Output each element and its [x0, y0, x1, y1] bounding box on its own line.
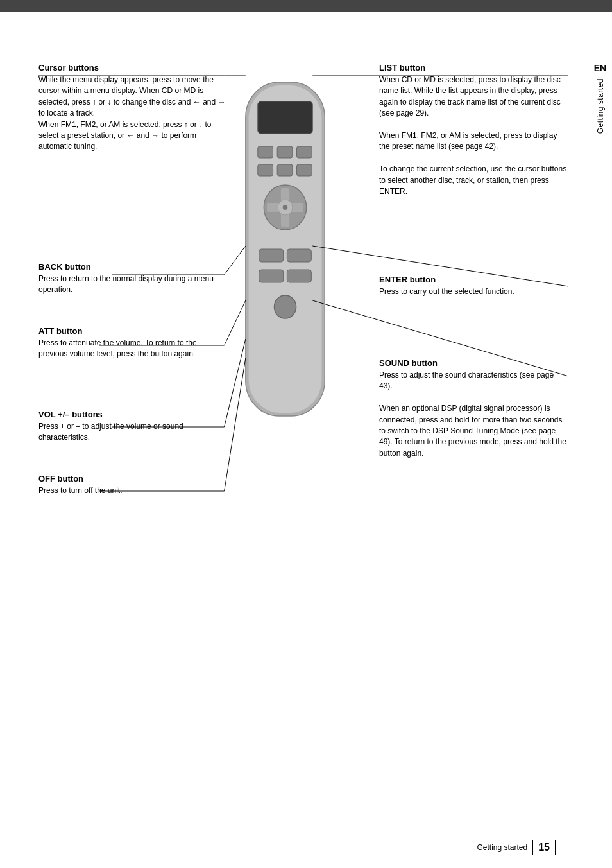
svg-rect-10	[281, 188, 289, 227]
sound-button-title: SOUND button	[379, 358, 568, 368]
top-bar	[0, 0, 612, 12]
sound-button-block: SOUND button Press to adjust the sound c…	[379, 358, 568, 459]
svg-rect-15	[287, 249, 311, 262]
page-content: Cursor buttons While the menu display ap…	[0, 12, 612, 868]
svg-rect-17	[287, 270, 311, 282]
footer-text: Getting started	[477, 843, 527, 852]
back-button-text: Press to return to the normal display du…	[38, 273, 228, 296]
att-button-text: Press to attenuate the volume. To return…	[38, 338, 228, 360]
svg-rect-14	[259, 249, 284, 262]
vol-buttons-text: Press + or – to adjust the volume or sou…	[38, 421, 228, 444]
svg-rect-16	[259, 270, 284, 282]
svg-rect-2	[258, 101, 312, 134]
svg-point-13	[283, 205, 288, 210]
svg-rect-1	[249, 85, 322, 413]
full-layout: Cursor buttons While the menu display ap…	[38, 63, 568, 641]
svg-rect-6	[258, 164, 273, 176]
cursor-buttons-title: Cursor buttons	[38, 63, 228, 73]
list-button-text: When CD or MD is selected, press to disp…	[379, 74, 568, 197]
svg-rect-4	[277, 146, 293, 158]
back-button-title: BACK button	[38, 262, 228, 272]
en-label: EN	[594, 63, 606, 73]
svg-rect-5	[297, 146, 312, 158]
cursor-buttons-text: While the menu display appears, press to…	[38, 74, 228, 153]
off-button-title: OFF button	[38, 474, 228, 483]
svg-rect-11	[267, 203, 303, 212]
svg-point-12	[278, 200, 293, 215]
main-area: Cursor buttons While the menu display ap…	[0, 12, 588, 868]
list-button-block: LIST button When CD or MD is selected, p…	[379, 63, 568, 197]
cursor-buttons-block: Cursor buttons While the menu display ap…	[38, 63, 228, 153]
page-number: 15	[532, 840, 556, 855]
sound-button-text: Press to adjust the sound characteristic…	[379, 370, 568, 459]
svg-rect-8	[297, 164, 312, 176]
enter-button-title: ENTER button	[379, 275, 568, 284]
sidebar-right: EN Getting started	[588, 12, 612, 868]
svg-rect-0	[246, 82, 325, 416]
off-button-block: OFF button Press to turn off the unit.	[38, 474, 228, 496]
back-button-block: BACK button Press to return to the norma…	[38, 262, 228, 296]
list-button-title: LIST button	[379, 63, 568, 73]
svg-point-18	[274, 295, 296, 318]
page-footer: Getting started 15	[477, 840, 556, 855]
sidebar-section-label: Getting started	[596, 78, 605, 134]
att-button-title: ATT button	[38, 326, 228, 336]
svg-rect-3	[258, 146, 273, 158]
enter-button-text: Press to carry out the selected function…	[379, 286, 568, 297]
vol-buttons-title: VOL +/– buttons	[38, 410, 228, 419]
svg-rect-7	[277, 164, 293, 176]
svg-point-9	[264, 185, 306, 230]
enter-button-block: ENTER button Press to carry out the sele…	[379, 275, 568, 297]
off-button-text: Press to turn off the unit.	[38, 485, 228, 496]
att-button-block: ATT button Press to attenuate the volume…	[38, 326, 228, 360]
vol-buttons-block: VOL +/– buttons Press + or – to adjust t…	[38, 410, 228, 444]
